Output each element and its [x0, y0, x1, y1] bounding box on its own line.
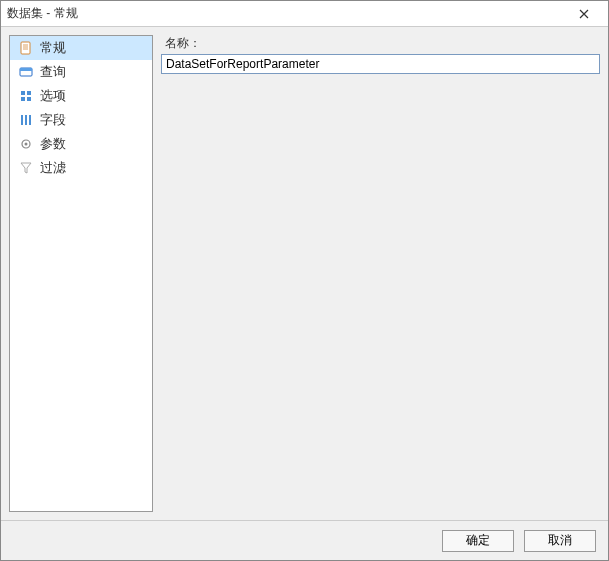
sidebar-item-label: 过滤 — [40, 159, 66, 177]
svg-rect-4 — [27, 91, 31, 95]
svg-point-11 — [25, 143, 28, 146]
svg-rect-2 — [20, 68, 32, 71]
document-icon — [18, 40, 34, 56]
svg-rect-0 — [21, 42, 30, 54]
sidebar-item-general[interactable]: 常规 — [10, 36, 152, 60]
sidebar: 常规 查询 选项 字段 — [9, 35, 153, 512]
svg-rect-9 — [29, 115, 31, 125]
sidebar-item-fields[interactable]: 字段 — [10, 108, 152, 132]
sidebar-item-label: 选项 — [40, 87, 66, 105]
sidebar-item-params[interactable]: 参数 — [10, 132, 152, 156]
options-icon — [18, 88, 34, 104]
sidebar-item-filter[interactable]: 过滤 — [10, 156, 152, 180]
sidebar-item-options[interactable]: 选项 — [10, 84, 152, 108]
close-icon — [579, 9, 589, 19]
dialog-body: 常规 查询 选项 字段 — [1, 27, 608, 520]
sidebar-item-label: 常规 — [40, 39, 66, 57]
sidebar-item-label: 参数 — [40, 135, 66, 153]
form-row-name: 名称： — [161, 35, 600, 74]
sidebar-item-label: 字段 — [40, 111, 66, 129]
dialog-window: 数据集 - 常规 常规 查询 选项 — [0, 0, 609, 561]
svg-rect-3 — [21, 91, 25, 95]
filter-icon — [18, 160, 34, 176]
svg-rect-5 — [21, 97, 25, 101]
main-panel: 名称： — [161, 35, 600, 512]
close-button[interactable] — [566, 2, 602, 26]
params-icon — [18, 136, 34, 152]
sidebar-item-query[interactable]: 查询 — [10, 60, 152, 84]
svg-rect-8 — [25, 115, 27, 125]
sidebar-item-label: 查询 — [40, 63, 66, 81]
cancel-button[interactable]: 取消 — [524, 530, 596, 552]
fields-icon — [18, 112, 34, 128]
name-label: 名称： — [165, 35, 600, 52]
svg-rect-6 — [27, 97, 31, 101]
dialog-footer: 确定 取消 — [1, 520, 608, 560]
titlebar: 数据集 - 常规 — [1, 1, 608, 27]
query-icon — [18, 64, 34, 80]
ok-button[interactable]: 确定 — [442, 530, 514, 552]
name-input[interactable] — [161, 54, 600, 74]
svg-rect-7 — [21, 115, 23, 125]
window-title: 数据集 - 常规 — [7, 5, 566, 22]
